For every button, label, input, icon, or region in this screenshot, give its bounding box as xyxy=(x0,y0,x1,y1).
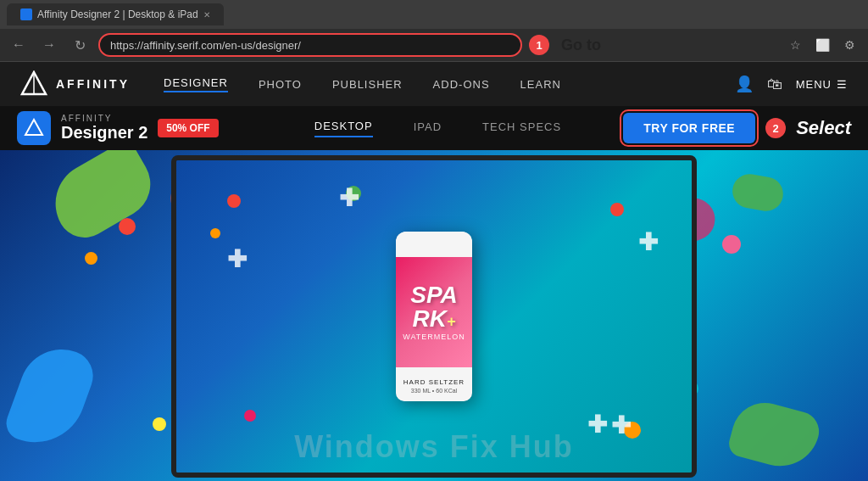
product-can: SPA RK+ WATERMELON HARD SELTZER 330 ML •… xyxy=(396,232,472,401)
sub-nav-left: AFFINITY Designer 2 50% OFF xyxy=(17,111,219,145)
menu-label: MENU xyxy=(796,78,832,91)
blob-green-top-right xyxy=(730,171,786,214)
account-button[interactable]: 👤 xyxy=(735,75,754,93)
cross-icon-1: ✚ xyxy=(227,245,247,273)
can-top xyxy=(396,232,472,257)
dot-yellow-1 xyxy=(153,417,166,431)
browser-chrome: Affinity Designer 2 | Desktop & iPad ✕ ←… xyxy=(0,0,868,62)
can-volume: 330 ML • 60 KCal xyxy=(411,388,457,394)
tab-bar: Affinity Designer 2 | Desktop & iPad ✕ xyxy=(0,0,868,29)
browser-actions: ☆ ⬜ ⚙ xyxy=(783,33,861,57)
can-spark-text: SPA xyxy=(410,283,458,307)
designer2-logo-icon xyxy=(17,111,51,145)
back-button[interactable]: ← xyxy=(7,33,31,57)
can-watermelon: WATERMELON xyxy=(403,333,465,341)
site-nav-links: DESIGNER PHOTO PUBLISHER ADD-ONS LEARN xyxy=(164,76,701,92)
can-body: SPA RK+ WATERMELON HARD SELTZER 330 ML •… xyxy=(396,232,472,401)
sub-logo-text: AFFINITY Designer 2 xyxy=(61,114,147,143)
can-plus: + xyxy=(447,313,456,330)
blob-green-left xyxy=(41,150,163,248)
tab-title: Affinity Designer 2 | Desktop & iPad xyxy=(37,8,198,20)
sub-nav: AFFINITY Designer 2 50% OFF DESKTOP IPAD… xyxy=(0,106,868,150)
logo-text: AFFINITY xyxy=(56,77,130,91)
sub-affinity-label: AFFINITY xyxy=(61,114,147,123)
hamburger-icon: ☰ xyxy=(837,78,848,91)
site-nav-right: 👤 🛍 MENU ☰ xyxy=(735,75,848,93)
nav-photo[interactable]: PHOTO xyxy=(259,78,302,91)
affinity-logo: AFFINITY xyxy=(20,70,130,98)
goto-label: Go to xyxy=(561,36,601,54)
cross-icon-3: ✚ xyxy=(638,228,658,256)
screen-dot-1 xyxy=(227,194,241,208)
screen-dot-2 xyxy=(210,228,220,238)
screen-dot-5 xyxy=(610,203,624,216)
blob-blue-bottom-left xyxy=(2,338,100,456)
more-button[interactable]: ⚙ xyxy=(837,33,861,57)
can-hard-seltzer: HARD SELTZER xyxy=(403,378,465,386)
sale-badge: 50% OFF xyxy=(158,119,218,137)
cross-exterior-1: ✚ xyxy=(339,184,359,212)
sub-nav-ipad[interactable]: IPAD xyxy=(414,120,442,137)
blob-green-bottom-right xyxy=(726,395,824,474)
tab-close-btn[interactable]: ✕ xyxy=(203,10,210,20)
website: AFFINITY DESIGNER PHOTO PUBLISHER ADD-ON… xyxy=(0,62,868,481)
affinity-logo-icon xyxy=(20,70,47,98)
step2-badge: 2 xyxy=(765,118,786,138)
extension-button[interactable]: ⬜ xyxy=(810,33,834,57)
select-label-container: 2 Select xyxy=(765,117,851,139)
address-bar-area: ← → ↻ https://affinity.serif.com/en-us/d… xyxy=(0,29,868,61)
address-bar[interactable]: https://affinity.serif.com/en-us/designe… xyxy=(98,33,522,57)
screen-dot-4 xyxy=(244,410,256,422)
hero-section: ✚ ✚ ✚ SPA RK+ WATERMELON HARD SELTZER 33… xyxy=(0,150,868,481)
designer2-icon-svg xyxy=(24,118,44,138)
cross-icon-2: ✚ xyxy=(587,411,607,439)
tab-favicon xyxy=(20,8,32,20)
sub-designer-label: Designer 2 xyxy=(61,123,147,143)
forward-button[interactable]: → xyxy=(37,33,61,57)
dot-pink-1 xyxy=(722,235,741,254)
nav-designer[interactable]: DESIGNER xyxy=(164,76,228,92)
select-label: Select xyxy=(796,117,851,139)
sub-nav-links: DESKTOP IPAD TECH SPECS xyxy=(253,120,624,137)
can-bottom: HARD SELTZER 330 ML • 60 KCal xyxy=(396,367,472,401)
browser-tab[interactable]: Affinity Designer 2 | Desktop & iPad ✕ xyxy=(7,3,224,25)
try-free-button[interactable]: TRY FOR FREE xyxy=(623,113,755,143)
refresh-button[interactable]: ↻ xyxy=(68,33,92,57)
menu-button[interactable]: MENU ☰ xyxy=(796,78,848,91)
cross-exterior-2: ✚ xyxy=(611,411,631,439)
dot-red-1 xyxy=(119,218,136,235)
nav-addons[interactable]: ADD-ONS xyxy=(433,78,490,91)
nav-publisher[interactable]: PUBLISHER xyxy=(332,78,403,91)
sub-nav-techspecs[interactable]: TECH SPECS xyxy=(482,120,561,137)
dot-orange-1 xyxy=(85,252,97,265)
watermark: Windows Fix Hub xyxy=(294,429,574,465)
cart-button[interactable]: 🛍 xyxy=(767,76,782,93)
step1-badge: 1 xyxy=(529,35,549,55)
sub-nav-desktop[interactable]: DESKTOP xyxy=(314,120,373,137)
url-text: https://affinity.serif.com/en-us/designe… xyxy=(110,39,510,52)
nav-learn[interactable]: LEARN xyxy=(520,78,561,91)
bookmark-button[interactable]: ☆ xyxy=(783,33,807,57)
can-spark-text2: RK+ xyxy=(413,307,456,331)
site-nav: AFFINITY DESIGNER PHOTO PUBLISHER ADD-ON… xyxy=(0,62,868,106)
can-label: SPA RK+ WATERMELON xyxy=(396,257,472,367)
svg-marker-2 xyxy=(25,120,42,135)
